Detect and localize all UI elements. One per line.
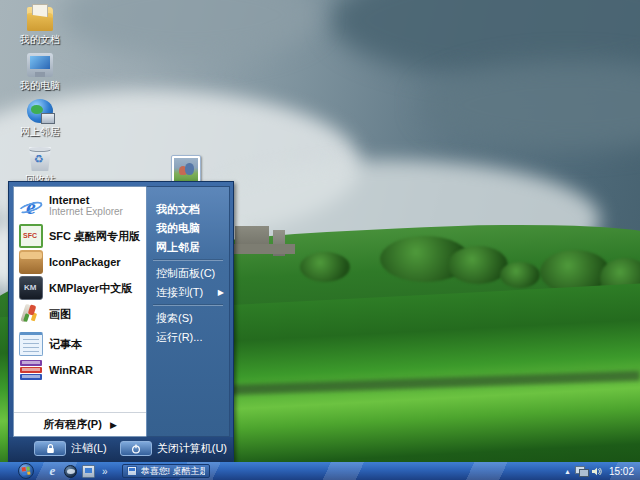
menu-item-network-places[interactable]: 网上邻居: [147, 238, 229, 257]
menu-item-label: 连接到(T): [156, 285, 203, 300]
volume-icon[interactable]: [591, 466, 602, 477]
taskbar: e » 恭喜您! 桌酷主题... ▲ 15:02: [0, 462, 640, 480]
menu-item-label: KMPlayer中文版: [49, 281, 132, 296]
start-menu-left-panel: e Internet Internet Explorer SFC 桌酷网专用版 …: [13, 186, 146, 437]
taskbar-clock[interactable]: 15:02: [609, 466, 634, 477]
menu-item-label: 网上邻居: [156, 240, 200, 255]
menu-item-label: 控制面板(C): [156, 266, 215, 281]
browser-globe-icon[interactable]: [64, 465, 77, 478]
menu-item-notepad[interactable]: 记事本: [14, 331, 146, 357]
menu-item-internet[interactable]: e Internet Internet Explorer: [14, 190, 146, 223]
menu-item-label: 我的文档: [156, 202, 200, 217]
internet-explorer-icon: e: [19, 195, 43, 219]
desktop-icon-my-documents[interactable]: 我的文档: [12, 7, 68, 47]
menu-item-label: 运行(R)...: [156, 330, 202, 345]
recycle-bin-icon: [27, 147, 53, 171]
desktop: 我的文档 我的电脑 网上邻居 回收站 e Internet Internet E…: [0, 0, 640, 480]
quick-launch-overflow-chevron[interactable]: »: [102, 466, 108, 477]
menu-item-run[interactable]: 运行(R)...: [147, 328, 229, 347]
internet-explorer-icon[interactable]: e: [46, 465, 59, 478]
hide-icons-arrow-icon[interactable]: ▲: [564, 468, 571, 475]
notepad-icon: [19, 332, 43, 356]
menu-item-label: IconPackager: [49, 256, 121, 268]
paint-icon: [19, 302, 43, 326]
network-places-icon: [27, 99, 53, 123]
menu-item-label: 画图: [49, 307, 71, 322]
desktop-icon-my-computer[interactable]: 我的电脑: [12, 53, 68, 93]
menu-item-control-panel[interactable]: 控制面板(C): [147, 264, 229, 283]
menu-item-connect-to[interactable]: 连接到(T) ▶: [147, 283, 229, 302]
menu-item-my-documents[interactable]: 我的文档: [147, 200, 229, 219]
desktop-icon-network-places[interactable]: 网上邻居: [12, 99, 68, 139]
system-tray: ▲ 15:02: [564, 466, 640, 477]
desktop-icon-label: 网上邻居: [20, 125, 60, 139]
my-documents-icon: [27, 7, 53, 31]
start-button[interactable]: [18, 463, 34, 479]
show-desktop-icon[interactable]: [82, 465, 95, 478]
menu-separator: [153, 260, 223, 261]
menu-item-label: 记事本: [49, 337, 82, 352]
all-programs-button[interactable]: 所有程序(P) ▶: [14, 412, 146, 436]
webpage-icon: [127, 466, 137, 476]
log-off-label[interactable]: 注销(L): [71, 441, 106, 456]
menu-item-paint[interactable]: 画图: [14, 301, 146, 327]
taskbar-window-button[interactable]: 恭喜您! 桌酷主题...: [122, 464, 210, 478]
shut-down-label[interactable]: 关闭计算机(U): [157, 441, 227, 456]
taskbar-window-title: 恭喜您! 桌酷主题...: [141, 465, 205, 478]
menu-item-search[interactable]: 搜索(S): [147, 309, 229, 328]
menu-item-sublabel: Internet Explorer: [49, 207, 123, 218]
shut-down-button[interactable]: [120, 441, 152, 456]
start-menu-right-panel: 我的文档 我的电脑 网上邻居 控制面板(C) 连接到(T) ▶: [146, 186, 230, 437]
desktop-icon-label: 我的电脑: [20, 79, 60, 93]
network-icon[interactable]: [575, 466, 587, 476]
all-programs-label: 所有程序(P): [43, 417, 102, 432]
iconpackager-icon: [19, 250, 43, 274]
menu-item-iconpackager[interactable]: IconPackager: [14, 249, 146, 275]
menu-item-winrar[interactable]: WinRAR: [14, 357, 146, 383]
windows-flag-icon: [21, 466, 30, 475]
lock-icon: [46, 444, 55, 454]
power-icon: [131, 444, 141, 454]
quick-launch: e »: [46, 465, 108, 478]
winrar-icon: [19, 358, 43, 382]
menu-item-kmplayer[interactable]: KMPlayer中文版: [14, 275, 146, 301]
menu-separator: [153, 305, 223, 306]
start-menu: e Internet Internet Explorer SFC 桌酷网专用版 …: [8, 181, 234, 462]
menu-item-sfc[interactable]: SFC 桌酷网专用版: [14, 223, 146, 249]
start-menu-footer: 注销(L) 关闭计算机(U): [9, 437, 233, 462]
kmplayer-icon: [19, 276, 43, 300]
sfc-app-icon: [19, 224, 43, 248]
submenu-arrow-icon: ▶: [218, 288, 224, 297]
menu-item-label: 搜索(S): [156, 311, 193, 326]
menu-item-label: WinRAR: [49, 364, 93, 376]
my-computer-icon: [27, 53, 53, 77]
menu-item-label: SFC 桌酷网专用版: [49, 229, 140, 244]
desktop-icon-label: 我的文档: [20, 33, 60, 47]
menu-item-label: 我的电脑: [156, 221, 200, 236]
menu-item-my-computer[interactable]: 我的电脑: [147, 219, 229, 238]
log-off-button[interactable]: [34, 441, 66, 456]
right-arrow-icon: ▶: [110, 420, 117, 430]
